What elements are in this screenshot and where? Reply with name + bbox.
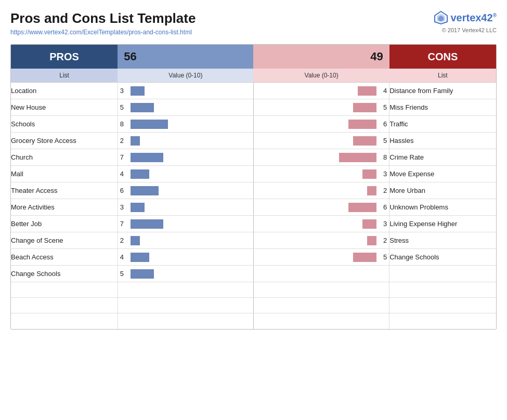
empty-pros-label [11, 282, 118, 298]
cons-value-cell: 4 [253, 83, 389, 99]
cons-score-cell: 49 [253, 45, 389, 69]
pros-label-cell: Change Schools [11, 266, 118, 282]
pros-label-cell: Theater Access [11, 182, 118, 199]
table-row: Theater Access 6 2 More Urban [11, 182, 496, 199]
pros-bar [131, 136, 140, 146]
pros-bar [131, 153, 163, 162]
header-left: Pros and Cons List Template https://www.… [10, 10, 196, 36]
empty-cons-label [389, 313, 496, 329]
empty-row [11, 298, 496, 313]
subheader-pros-value: Value (0-10) [118, 69, 253, 83]
cons-value-cell: 5 [253, 99, 389, 116]
cons-number: 8 [380, 153, 387, 161]
pros-number: 2 [120, 137, 127, 145]
cons-label-cell: Change Schools [389, 249, 496, 266]
cons-bar [348, 120, 376, 129]
pros-number: 6 [120, 187, 127, 194]
pros-label-cell: Beach Access [11, 249, 118, 266]
cons-number: 5 [380, 137, 387, 145]
pros-bar [131, 186, 159, 195]
cons-label-cell: Distance from Family [389, 83, 496, 99]
cons-value-cell: 5 [253, 133, 389, 149]
table-row: Better Job 7 3 Living Expense Higher [11, 216, 496, 232]
pros-number: 3 [120, 203, 127, 211]
pros-label-cell: More Activities [11, 199, 118, 216]
pros-bar [131, 169, 149, 179]
pros-value-cell: 7 [118, 216, 253, 232]
pros-number: 8 [120, 120, 127, 128]
pros-score-value: 56 [124, 50, 136, 63]
pros-bar [131, 120, 168, 129]
empty-pros-value [118, 313, 253, 329]
cons-label-cell: Crime Rate [389, 149, 496, 166]
pros-header-cell: PROS [11, 45, 118, 69]
cons-header-cell: CONS [389, 45, 496, 69]
cons-number: 3 [380, 170, 387, 178]
pros-label-cell: Church [11, 149, 118, 166]
cons-label-cell: Stress [389, 232, 496, 249]
pros-value-cell: 5 [118, 99, 253, 116]
cons-score-value: 49 [370, 50, 383, 63]
empty-cons-value [253, 298, 389, 313]
cons-number: 2 [380, 187, 387, 194]
subheader-cons-value: Value (0-10) [253, 69, 389, 83]
cons-bar [348, 203, 376, 212]
cons-bar [353, 253, 376, 262]
table-row: Beach Access 4 5 Change Schools [11, 249, 496, 266]
pros-value-cell: 3 [118, 83, 253, 99]
table-row: Location 3 4 Distance from Family [11, 83, 496, 99]
table-row: Schools 8 6 Traffic [11, 116, 496, 133]
pros-bar [131, 103, 154, 112]
pros-number: 2 [120, 237, 127, 244]
pros-cons-table-wrapper: PROS 56 49 CONS List Value (0-10) Value … [10, 44, 497, 330]
cons-number: 2 [380, 237, 387, 244]
pros-number: 4 [120, 170, 127, 178]
cons-label-cell: Unknown Problems [389, 199, 496, 216]
cons-value-cell: 3 [253, 166, 389, 182]
pros-label-cell: Mall [11, 166, 118, 182]
cons-value-cell: 5 [253, 249, 389, 266]
table-row: Change Schools 5 [11, 266, 496, 282]
cons-value-cell: 2 [253, 232, 389, 249]
pros-bar [131, 269, 154, 279]
pros-bar [131, 253, 149, 262]
empty-pros-label [11, 313, 118, 329]
pros-number: 5 [120, 103, 127, 111]
cons-bar [339, 153, 376, 162]
pros-label-cell: Grocery Store Access [11, 133, 118, 149]
pros-value-cell: 8 [118, 116, 253, 133]
page-title: Pros and Cons List Template [10, 10, 196, 27]
table-row: Mall 4 3 Move Expense [11, 166, 496, 182]
subheader-cons-list: List [389, 69, 496, 83]
empty-pros-value [118, 298, 253, 313]
cons-value-cell: 6 [253, 116, 389, 133]
cons-value-cell: 2 [253, 182, 389, 199]
pros-label-cell: Schools [11, 116, 118, 133]
pros-label-cell: Location [11, 83, 118, 99]
pros-value-cell: 4 [118, 249, 253, 266]
empty-pros-value [118, 282, 253, 298]
pros-value-cell: 5 [118, 266, 253, 282]
cons-label-cell: Living Expense Higher [389, 216, 496, 232]
table-row: Grocery Store Access 2 5 Hassles [11, 133, 496, 149]
cons-bar [362, 169, 376, 179]
cons-number: 4 [380, 87, 387, 95]
cons-number: 6 [380, 203, 387, 211]
table-subheader-row: List Value (0-10) Value (0-10) List [11, 69, 496, 83]
page-url[interactable]: https://www.vertex42.com/ExcelTemplates/… [10, 29, 196, 36]
cons-label-cell: More Urban [389, 182, 496, 199]
cons-bar [362, 219, 376, 229]
pros-value-cell: 6 [118, 182, 253, 199]
cons-label-cell: Miss Friends [389, 99, 496, 116]
table-row: Church 7 8 Crime Rate [11, 149, 496, 166]
pros-label-cell: Change of Scene [11, 232, 118, 249]
empty-cons-value [253, 282, 389, 298]
cons-number: 3 [380, 220, 387, 228]
pros-number: 7 [120, 220, 127, 228]
cons-number: 5 [380, 103, 387, 111]
cons-number: 6 [380, 120, 387, 128]
table-header-row: PROS 56 49 CONS [11, 45, 496, 69]
pros-label-cell: Better Job [11, 216, 118, 232]
pros-value-cell: 7 [118, 149, 253, 166]
cons-bar [367, 236, 376, 245]
